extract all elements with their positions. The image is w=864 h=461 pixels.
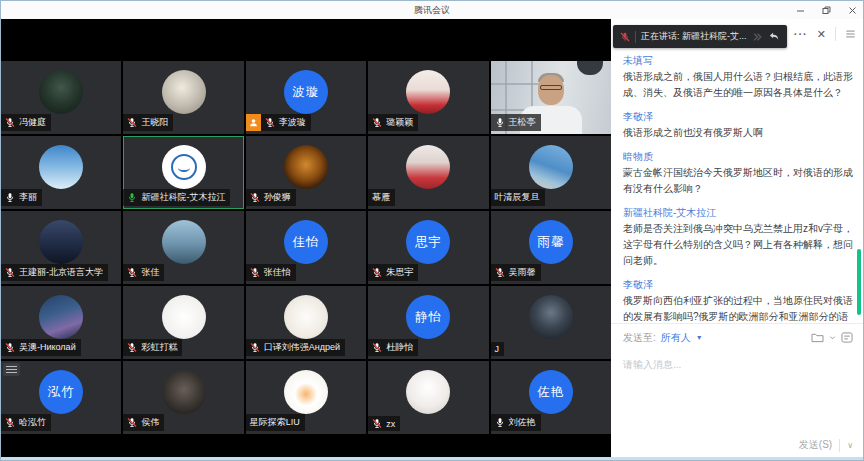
message-sender: 暗物质 [623, 149, 854, 165]
participant-name: 刘佐艳 [509, 416, 536, 429]
participant-tile[interactable]: 璐颖颖 [368, 61, 488, 134]
forward-icon[interactable] [752, 28, 763, 46]
university-emblem [171, 154, 197, 180]
participant-nameplate: 朱思宇 [368, 264, 418, 281]
chat-message: 暗物质蒙古金帐汗国统治今天俄罗斯地区时，对俄语的形成有没有什么影响？ [623, 149, 854, 197]
minimize-icon[interactable] [796, 6, 805, 15]
participant-tile[interactable]: 王建丽-北京语言大学 [1, 211, 121, 284]
participant-tile[interactable]: 星际探索LIU [246, 361, 366, 434]
send-to-caret-icon[interactable]: ▼ [696, 334, 703, 341]
participant-tile[interactable]: 波璇李波璇 [246, 61, 366, 134]
participant-tile[interactable]: 冯健庭 [1, 61, 121, 134]
participant-tile[interactable]: 叶清辰复旦 [491, 136, 611, 209]
participant-nameplate: 吴澳-Николай [1, 339, 81, 356]
participant-nameplate: 口译刘伟强Андрей [246, 339, 345, 356]
participant-name: 王晓阳 [141, 116, 168, 129]
participant-nameplate: 冯健庭 [1, 114, 51, 131]
avatar: 波璇 [284, 70, 328, 114]
avatar: 思宇 [406, 220, 450, 264]
close-icon[interactable] [848, 6, 857, 15]
back-to-meeting-icon[interactable] [768, 28, 780, 46]
mic-icon [495, 417, 505, 428]
participant-nameplate: 李丽 [1, 189, 42, 206]
participant-tile[interactable]: 口译刘伟强Андрей [246, 286, 366, 359]
chat-more-icon[interactable]: ··· [794, 28, 808, 40]
participant-tile[interactable]: 彩虹打糕 [123, 286, 243, 359]
chat-close-icon[interactable]: ✕ [817, 28, 826, 41]
participant-nameplate: 李波璇 [246, 114, 311, 131]
participant-tile[interactable]: 王晓阳 [123, 61, 243, 134]
chat-message: 未填写俄语形成之前，俄国人用什么语？归根结底，此语形成、消失、及俄语产生的唯一原… [623, 53, 854, 101]
participant-tile[interactable]: 佐艳刘佐艳 [491, 361, 611, 434]
participant-tile[interactable]: 慕雁 [368, 136, 488, 209]
chat-message: 李敬泽俄语形成之前也没有俄罗斯人啊 [623, 109, 854, 141]
participant-name: zx [386, 419, 395, 429]
participant-name: 吴澳-Николай [19, 341, 76, 354]
participant-name: 杜静怡 [386, 341, 413, 354]
avatar: 静怡 [406, 295, 450, 339]
participant-tile[interactable]: 王松亭 [491, 61, 611, 134]
avatar: 佐艳 [529, 370, 573, 414]
avatar: 佳怡 [284, 220, 328, 264]
participant-name: 王松亭 [509, 116, 536, 129]
participant-name: 哈泓竹 [19, 416, 46, 429]
chat-folder-icon[interactable] [811, 332, 824, 343]
chat-input[interactable]: 请输入消息... [611, 351, 863, 431]
lamp-shape [577, 61, 603, 75]
avatar [284, 145, 328, 189]
mic-icon [250, 267, 260, 278]
panel-menu-icon[interactable] [845, 25, 856, 43]
avatar [529, 145, 573, 189]
avatar: 泓竹 [39, 370, 83, 414]
message-text: 俄语形成之前也没有俄罗斯人啊 [623, 125, 854, 141]
speaking-banner-label: 正在讲话: 新疆社科院-艾... [641, 30, 747, 43]
participant-tile[interactable]: 孙俊狮 [246, 136, 366, 209]
participant-name: 叶清辰复旦 [495, 191, 540, 204]
avatar [529, 295, 573, 339]
participant-name: 冯健庭 [19, 116, 46, 129]
participant-tile[interactable]: 佳怡张佳怡 [246, 211, 366, 284]
mic-icon [372, 418, 382, 429]
participant-tile[interactable]: 思宇朱思宇 [368, 211, 488, 284]
mic-icon [127, 417, 137, 428]
mic-icon [5, 342, 15, 353]
participant-nameplate: 张佳 [123, 264, 164, 281]
banner-mic-muted-icon[interactable] [620, 28, 630, 46]
message-text: 俄语形成之前，俄国人用什么语？归根结底，此语形成、消失、及俄语产生的唯一原因各具… [623, 69, 854, 101]
chat-message: 新疆社科院-艾木拉江老师是否关注到俄乌冲突中乌克兰禁止用z和v字母，这字母有什么… [623, 205, 854, 269]
chat-history-icon[interactable] [841, 332, 853, 343]
mic-icon [250, 342, 260, 353]
mic-icon [495, 267, 505, 278]
send-row: 发送(S) ∨ [611, 431, 863, 459]
send-to-value[interactable]: 所有人 [661, 331, 691, 345]
participant-tile[interactable]: zx [368, 361, 488, 434]
send-options-caret-icon[interactable]: ∨ [847, 441, 853, 450]
participant-tile[interactable]: 新疆社科院-艾木拉江 [123, 136, 243, 209]
avatar [39, 295, 83, 339]
participant-tile[interactable]: 侯伟 [123, 361, 243, 434]
participant-tile[interactable]: 泓竹哈泓竹 [1, 361, 121, 434]
participant-tile[interactable]: 静怡杜静怡 [368, 286, 488, 359]
participant-tile[interactable]: 雨馨吴雨馨 [491, 211, 611, 284]
avatar [162, 370, 206, 414]
participant-name: 新疆社科院-艾木拉江 [141, 191, 225, 204]
avatar: 雨馨 [529, 220, 573, 264]
chat-scrollbar[interactable] [857, 249, 861, 315]
header-divider [835, 27, 836, 41]
restore-icon[interactable] [822, 6, 831, 15]
participant-tile[interactable]: J [491, 286, 611, 359]
participant-nameplate: 新疆社科院-艾木拉江 [123, 189, 230, 206]
avatar [162, 70, 206, 114]
participant-nameplate: 慕雁 [368, 189, 395, 206]
participant-tile[interactable]: 吴澳-Николай [1, 286, 121, 359]
avatar [284, 295, 328, 339]
participant-name: 王建丽-北京语言大学 [19, 266, 103, 279]
chat-message-list[interactable]: 未填写俄语形成之前，俄国人用什么语？归根结底，此语形成、消失、及俄语产生的唯一原… [611, 49, 863, 323]
mic-icon [372, 342, 382, 353]
folder-caret-icon[interactable] [829, 334, 836, 341]
participant-nameplate: 孙俊狮 [246, 189, 296, 206]
send-button[interactable]: 发送(S) [799, 438, 832, 452]
participant-tile[interactable]: 李丽 [1, 136, 121, 209]
participant-name: 孙俊狮 [264, 191, 291, 204]
participant-tile[interactable]: 张佳 [123, 211, 243, 284]
